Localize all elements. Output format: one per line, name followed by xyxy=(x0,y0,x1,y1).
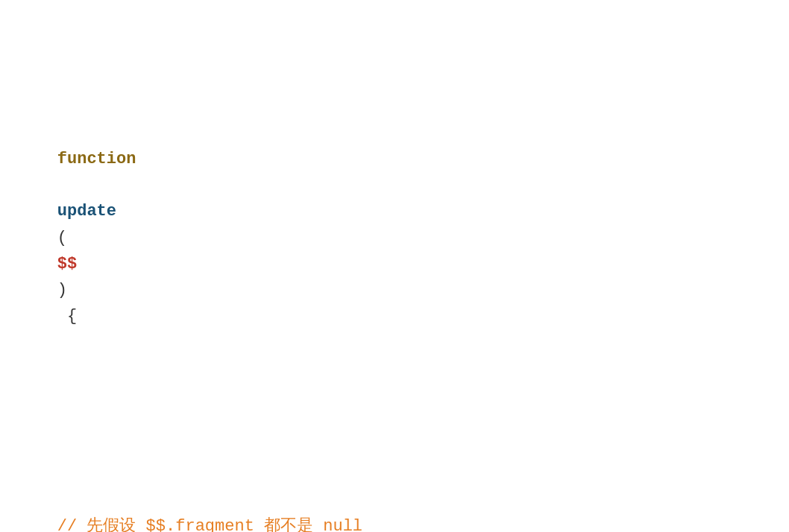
function-name: update xyxy=(57,202,116,221)
keyword-function: function xyxy=(57,150,136,168)
brace-open: { xyxy=(57,307,77,326)
comment-1: // 先假设 $$.fragment 都不是 null xyxy=(57,517,362,532)
code-line-2: // 先假设 $$.fragment 都不是 null xyxy=(18,460,771,532)
code-container: function update ( $$ ) { // 先假设 $$.fragm… xyxy=(18,15,771,532)
code-line-1: function update ( $$ ) { xyxy=(18,120,771,356)
paren-open: ( xyxy=(57,229,67,247)
paren-close: ) xyxy=(57,281,67,300)
param-dollars: $$ xyxy=(57,255,77,273)
space xyxy=(57,176,67,194)
